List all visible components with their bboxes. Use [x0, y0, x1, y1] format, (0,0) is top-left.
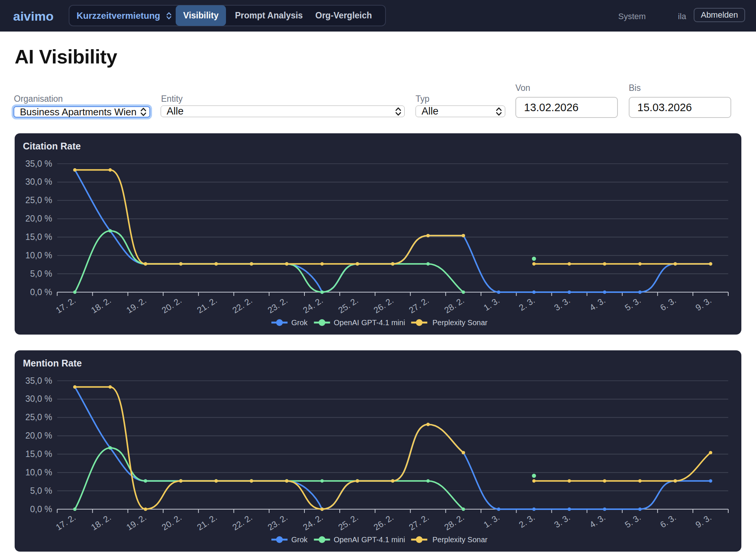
svg-text:Perplexity Sonar: Perplexity Sonar	[432, 535, 488, 544]
svg-text:9. 3.: 9. 3.	[694, 512, 713, 529]
svg-text:Perplexity Sonar: Perplexity Sonar	[432, 318, 488, 327]
svg-text:30,0 %: 30,0 %	[25, 177, 52, 187]
svg-text:20,0 %: 20,0 %	[25, 431, 52, 440]
svg-text:19. 2.: 19. 2.	[125, 295, 148, 315]
svg-text:6. 3.: 6. 3.	[658, 512, 678, 529]
svg-text:28. 2.: 28. 2.	[443, 512, 466, 532]
svg-text:20. 2.: 20. 2.	[160, 295, 183, 315]
svg-text:OpenAI GPT-4.1 mini: OpenAI GPT-4.1 mini	[334, 535, 405, 544]
svg-text:5. 3.: 5. 3.	[623, 295, 643, 312]
svg-text:0,0 %: 0,0 %	[30, 287, 52, 297]
svg-text:23. 2.: 23. 2.	[266, 512, 289, 532]
svg-text:0,0 %: 0,0 %	[30, 504, 52, 514]
svg-text:2. 3.: 2. 3.	[517, 512, 537, 529]
svg-text:5,0 %: 5,0 %	[30, 269, 52, 279]
svg-text:3. 3.: 3. 3.	[553, 512, 572, 529]
svg-text:17. 2.: 17. 2.	[54, 512, 77, 532]
svg-text:26. 2.: 26. 2.	[372, 295, 395, 315]
svg-text:25,0 %: 25,0 %	[25, 412, 52, 422]
svg-text:5,0 %: 5,0 %	[30, 486, 52, 496]
svg-text:1. 3.: 1. 3.	[482, 295, 501, 312]
svg-text:28. 2.: 28. 2.	[443, 295, 466, 315]
svg-text:9. 3.: 9. 3.	[694, 295, 713, 312]
svg-text:OpenAI GPT-4.1 mini: OpenAI GPT-4.1 mini	[334, 318, 405, 327]
svg-text:23. 2.: 23. 2.	[266, 295, 289, 315]
svg-text:2. 3.: 2. 3.	[517, 295, 537, 312]
svg-text:25. 2.: 25. 2.	[336, 295, 360, 315]
svg-text:22. 2.: 22. 2.	[230, 295, 254, 315]
svg-text:Grok: Grok	[291, 318, 308, 327]
svg-text:26. 2.: 26. 2.	[372, 512, 395, 532]
svg-text:3. 3.: 3. 3.	[553, 295, 572, 312]
svg-text:35,0 %: 35,0 %	[25, 159, 52, 169]
svg-text:25. 2.: 25. 2.	[336, 512, 360, 532]
svg-text:21. 2.: 21. 2.	[195, 295, 218, 315]
svg-text:Grok: Grok	[291, 535, 308, 544]
svg-text:5. 3.: 5. 3.	[623, 512, 643, 529]
svg-text:20,0 %: 20,0 %	[25, 214, 52, 223]
svg-text:18. 2.: 18. 2.	[89, 295, 113, 315]
svg-text:24. 2.: 24. 2.	[301, 512, 324, 532]
svg-text:10,0 %: 10,0 %	[25, 468, 52, 477]
svg-text:18. 2.: 18. 2.	[89, 512, 113, 532]
svg-text:25,0 %: 25,0 %	[25, 195, 52, 205]
svg-text:4. 3.: 4. 3.	[588, 295, 607, 312]
svg-text:21. 2.: 21. 2.	[195, 512, 218, 532]
svg-text:1. 3.: 1. 3.	[482, 512, 501, 529]
svg-text:10,0 %: 10,0 %	[25, 250, 52, 260]
svg-text:24. 2.: 24. 2.	[301, 295, 324, 315]
svg-text:15,0 %: 15,0 %	[25, 449, 52, 459]
svg-text:27. 2.: 27. 2.	[407, 295, 431, 315]
svg-text:35,0 %: 35,0 %	[25, 376, 52, 386]
svg-text:4. 3.: 4. 3.	[588, 512, 607, 529]
svg-text:15,0 %: 15,0 %	[25, 232, 52, 242]
svg-text:27. 2.: 27. 2.	[407, 512, 431, 532]
svg-text:19. 2.: 19. 2.	[125, 512, 148, 532]
svg-text:17. 2.: 17. 2.	[54, 295, 77, 315]
svg-text:6. 3.: 6. 3.	[658, 295, 678, 312]
svg-text:30,0 %: 30,0 %	[25, 394, 52, 404]
svg-text:20. 2.: 20. 2.	[160, 512, 183, 532]
svg-text:22. 2.: 22. 2.	[230, 512, 254, 532]
